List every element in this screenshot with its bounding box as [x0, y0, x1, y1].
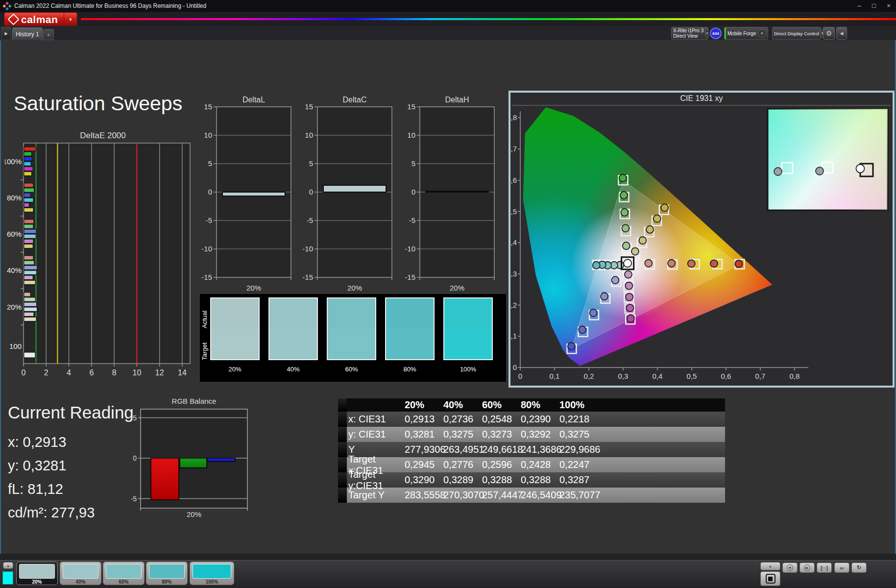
table-cell: 263,4951: [443, 444, 482, 455]
svg-text:0,1: 0,1: [550, 372, 560, 380]
svg-text:20%: 20%: [347, 284, 362, 292]
svg-text:0,6: 0,6: [510, 176, 517, 184]
tab-bar: ▶ History 1 + X-Rite i1Pro 3 Direct View…: [0, 26, 896, 40]
add-tab-button[interactable]: +: [43, 29, 54, 40]
swatch-percent-label: 40%: [268, 366, 318, 373]
svg-text:0: 0: [309, 188, 313, 196]
cie-1931-chart: CIE 1931 xy00,10,20,30,40,50,60,70,800,1…: [510, 93, 893, 386]
svg-text:15: 15: [407, 102, 415, 111]
table-cell: 257,4447: [482, 490, 521, 501]
reading-cdm2: cd/m²: 277,93: [8, 505, 134, 521]
meter-count-badge[interactable]: 634: [710, 27, 722, 39]
tab-scroll-button[interactable]: ▶: [1, 27, 11, 40]
svg-text:0,8: 0,8: [790, 372, 800, 380]
patch-button-100%[interactable]: 100%: [190, 562, 234, 585]
svg-text:-5: -5: [409, 216, 415, 224]
svg-text:6: 6: [89, 368, 94, 377]
close-button[interactable]: ×: [881, 1, 896, 11]
target-color: [211, 329, 259, 359]
patch-label: 60%: [103, 579, 144, 585]
table-cell: 0,2945: [405, 459, 443, 470]
table-cell: 0,3290: [405, 474, 443, 486]
svg-text:20%: 20%: [450, 284, 464, 292]
actual-target-swatch: [385, 297, 435, 360]
svg-text:10: 10: [305, 131, 313, 139]
table-cell: 0,3287: [559, 474, 598, 486]
svg-text:20%: 20%: [7, 303, 22, 311]
gear-icon: ⚙: [826, 29, 832, 37]
svg-text:10: 10: [204, 131, 212, 139]
read-continuous-button[interactable]: [760, 571, 780, 586]
expand-controls-button[interactable]: ▲: [760, 562, 780, 570]
display-control-dropdown[interactable]: Direct Display Control ▼: [772, 27, 821, 40]
table-cell: 0,3288: [482, 474, 521, 486]
svg-text:-15: -15: [302, 273, 313, 281]
reading-fl: fL: 81,12: [8, 481, 134, 497]
svg-text:-5: -5: [206, 216, 212, 224]
play-button[interactable]: ▶: [799, 563, 815, 573]
app-menu-bar: calman ▼: [0, 12, 896, 26]
svg-text:20%: 20%: [187, 510, 201, 518]
svg-text:-15: -15: [405, 273, 415, 281]
rainbow-gradient-bar: [81, 18, 896, 20]
deltac-chart: DeltaC151050-5-10-1520%: [296, 95, 400, 295]
patch-button-80%[interactable]: 80%: [146, 562, 188, 585]
calman-menu-button[interactable]: calman ▼: [4, 12, 77, 26]
actual-target-swatch: [443, 297, 493, 360]
calman-app-icon: [2, 1, 11, 10]
svg-text:80%: 80%: [7, 194, 22, 202]
actual-target-swatch: [327, 297, 376, 360]
stop-button[interactable]: ■: [782, 563, 798, 573]
svg-text:0,7: 0,7: [510, 145, 517, 153]
tab-history-1[interactable]: History 1: [12, 27, 43, 40]
svg-text:0: 0: [513, 363, 517, 371]
minimize-button[interactable]: –: [852, 1, 867, 11]
expand-strip-button[interactable]: ▲: [3, 562, 13, 569]
settings-gear-button[interactable]: ⚙: [823, 27, 835, 40]
refresh-icon: ↻: [857, 564, 861, 571]
patch-button-60%[interactable]: 60%: [103, 562, 145, 585]
svg-text:-5: -5: [307, 216, 313, 224]
table-cell: 0,2776: [443, 459, 482, 470]
table-cell: 0,2548: [482, 414, 521, 425]
table-cell: 0,2428: [521, 459, 559, 470]
infinity-button[interactable]: ∞: [834, 563, 849, 573]
saturation-data-table: 20%40%60%80%100%x: CIE310,29130,27360,25…: [338, 398, 725, 503]
patch-button-20%[interactable]: 20%: [16, 562, 58, 585]
svg-text:5: 5: [412, 159, 415, 168]
table-row: x: CIE310,29130,27360,25480,23900,2218: [338, 412, 725, 427]
svg-text:60%: 60%: [7, 230, 22, 238]
actual-color: [328, 298, 375, 329]
table-row: Target Y283,5558270,3070257,4447246,5409…: [338, 488, 725, 503]
collapse-panel-button[interactable]: ◀: [836, 27, 847, 40]
target-color: [328, 329, 375, 359]
svg-text:0,2: 0,2: [510, 301, 517, 309]
svg-text:-10: -10: [302, 245, 313, 253]
swatch-percent-label: 100%: [443, 366, 493, 373]
table-cell: 0,2913: [405, 414, 443, 425]
table-cell: 229,9686: [559, 444, 598, 455]
table-cell: 249,6618: [482, 444, 521, 455]
actual-row-label: Actual: [201, 311, 208, 328]
display-control-name: Direct Display Control: [773, 31, 821, 36]
deltae2000-chart: DeltaE 200002468101214100%80%60%40%20%10…: [5, 128, 201, 381]
patch-color-chip: [2, 571, 13, 585]
actual-color: [386, 298, 434, 329]
calman-menu-chevron-icon: ▼: [64, 13, 77, 26]
table-cell: 246,5409: [521, 490, 559, 501]
table-cell: 0,2736: [443, 414, 482, 425]
table-cell: 270,3070: [443, 490, 482, 501]
marker-button[interactable]: [··]: [817, 563, 832, 573]
actual-color: [269, 298, 317, 329]
patch-button-40%[interactable]: 40%: [60, 562, 101, 585]
current-reading-block: Current Reading x: 0,2913 y: 0,3281 fL: …: [8, 403, 134, 528]
infinity-icon: ∞: [840, 565, 844, 571]
refresh-button[interactable]: ↻: [851, 563, 867, 573]
window-title: Calman 2022 Calman Ultimate for Business…: [14, 2, 206, 9]
meter-dropdown[interactable]: X-Rite i1Pro 3 Direct View ▼: [671, 27, 708, 40]
svg-text:14: 14: [178, 368, 187, 377]
table-col-header: 60%: [482, 399, 521, 411]
source-dropdown[interactable]: Mobile Forge ▼: [724, 27, 768, 40]
maximize-button[interactable]: □: [867, 1, 881, 11]
stop-icon: ■: [787, 564, 793, 571]
